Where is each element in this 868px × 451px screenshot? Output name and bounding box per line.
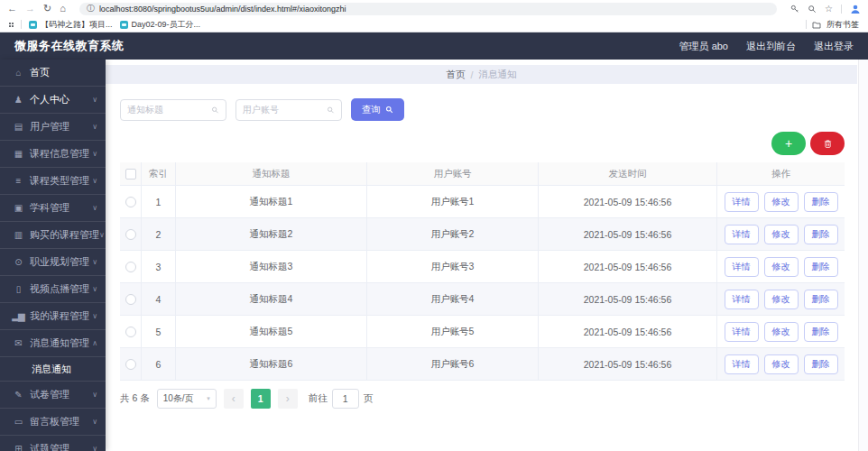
clock-icon: ⊙ xyxy=(12,257,24,267)
sidebar-item-question-management[interactable]: ⊞ 试题管理 ∨ xyxy=(0,436,106,451)
row-title: 通知标题6 xyxy=(176,348,367,380)
user-account-field[interactable] xyxy=(235,99,342,121)
table-row: 2 通知标题2 用户账号2 2021-05-09 15:46:56 详情 修改 … xyxy=(120,218,845,251)
delete-button[interactable]: 删除 xyxy=(804,192,838,212)
sidebar-item-message-board-management[interactable]: ▭ 留言板管理 ∨ xyxy=(0,409,106,436)
row-account: 用户账号3 xyxy=(367,251,539,282)
detail-button[interactable]: 详情 xyxy=(725,290,759,309)
goto-page-input[interactable] xyxy=(332,389,359,409)
edit-button[interactable]: 修改 xyxy=(764,192,799,212)
password-key-icon[interactable] xyxy=(790,5,799,14)
chevron-down-icon: ∨ xyxy=(92,391,97,399)
query-button-label: 查询 xyxy=(362,104,381,116)
sidebar-item-video-vod-management[interactable]: ▯ 视频点播管理 ∨ xyxy=(0,276,106,303)
sidebar-subitem-message-notify[interactable]: 消息通知 xyxy=(0,357,106,382)
bookmark-star-icon[interactable]: ☆ xyxy=(825,5,833,14)
sidebar-item-course-type-management[interactable]: ≡ 课程类型管理 ∨ xyxy=(0,168,106,195)
detail-button[interactable]: 详情 xyxy=(725,354,759,374)
row-title: 通知标题5 xyxy=(176,316,367,347)
page-size-select[interactable]: 10条/页 ▾ xyxy=(157,389,217,409)
sidebar-item-label: 留言板管理 xyxy=(30,415,79,428)
row-checkbox[interactable] xyxy=(125,197,136,207)
sidebar-item-my-course-management[interactable]: ▂▆ 我的课程管理 ∨ xyxy=(0,303,106,330)
detail-button[interactable]: 详情 xyxy=(725,225,759,244)
batch-delete-button[interactable] xyxy=(810,132,845,155)
forward-icon[interactable]: → xyxy=(25,4,35,14)
sidebar-item-subject-management[interactable]: ▣ 学科管理 ∨ xyxy=(0,195,106,222)
sidebar-item-label: 职业规划管理 xyxy=(30,255,89,269)
edit-button[interactable]: 修改 xyxy=(764,225,799,244)
row-checkbox[interactable] xyxy=(125,294,136,305)
all-bookmarks[interactable]: 所有书签 xyxy=(806,19,859,31)
breadcrumb-current: 消息通知 xyxy=(478,69,516,81)
bookmark-item-2[interactable]: Day02-09-员工分... xyxy=(120,19,201,31)
sidebar-item-user-management[interactable]: ▤ 用户管理 ∨ xyxy=(0,114,106,141)
admin-user-label[interactable]: 管理员 abo xyxy=(679,40,728,53)
page-number-1[interactable]: 1 xyxy=(251,389,271,409)
edit-button[interactable]: 修改 xyxy=(764,354,799,374)
row-checkbox[interactable] xyxy=(125,262,136,272)
row-checkbox[interactable] xyxy=(125,327,136,337)
delete-button[interactable]: 删除 xyxy=(804,354,838,374)
site-info-icon[interactable]: ⓘ xyxy=(87,5,95,13)
url-bar[interactable]: ⓘ localhost:8080/springbootus5uu/admin/d… xyxy=(79,3,777,15)
row-index: 4 xyxy=(142,283,176,315)
browser-home-icon[interactable]: ⌂ xyxy=(60,4,66,14)
search-lens-icon[interactable] xyxy=(808,5,817,14)
chevron-down-icon: ∨ xyxy=(92,150,97,158)
scrollbar-track[interactable] xyxy=(858,60,868,451)
row-account: 用户账号5 xyxy=(367,316,539,347)
detail-button[interactable]: 详情 xyxy=(725,322,759,342)
grid-icon: ⊞ xyxy=(12,444,24,451)
address-bar-row: ← → ↻ ⌂ ⓘ localhost:8080/springbootus5uu… xyxy=(0,0,868,17)
row-index: 2 xyxy=(142,218,176,250)
delete-button[interactable]: 删除 xyxy=(804,290,838,309)
search-icon xyxy=(211,106,219,115)
sidebar-item-message-notify-management[interactable]: ✉ 消息通知管理 ∧ xyxy=(0,330,106,357)
edit-button[interactable]: 修改 xyxy=(764,322,799,342)
plus-icon: + xyxy=(785,137,792,150)
row-index: 6 xyxy=(142,348,176,380)
delete-button[interactable]: 删除 xyxy=(804,257,838,277)
next-page-button[interactable]: › xyxy=(278,389,298,409)
notify-title-input[interactable] xyxy=(127,105,208,115)
chevron-down-icon: ∨ xyxy=(92,445,97,451)
logout-link[interactable]: 退出登录 xyxy=(814,40,854,53)
pagination: 共 6 条 10条/页 ▾ ‹ 1 › 前往 页 xyxy=(120,389,868,409)
profile-avatar[interactable] xyxy=(850,4,861,14)
reload-icon[interactable]: ↻ xyxy=(43,4,51,14)
sidebar-item-purchased-course-management[interactable]: ▥ 购买的课程管理 ∨ xyxy=(0,222,106,249)
sidebar-item-home[interactable]: ⌂ 首页 xyxy=(0,60,106,87)
bookmark-item-1[interactable]: 【码神之路】项目... xyxy=(29,19,113,31)
chevron-down-icon: ∨ xyxy=(99,231,105,239)
divider xyxy=(21,20,22,29)
edit-button[interactable]: 修改 xyxy=(764,290,799,309)
goto-suffix-label: 页 xyxy=(364,392,374,405)
exit-to-front-link[interactable]: 退出到前台 xyxy=(746,40,796,53)
sidebar-item-career-plan-management[interactable]: ⊙ 职业规划管理 ∨ xyxy=(0,249,106,276)
edit-button[interactable]: 修改 xyxy=(764,257,799,277)
add-button[interactable]: + xyxy=(771,132,806,155)
sidebar-item-personal-center[interactable]: ♟ 个人中心 ∨ xyxy=(0,87,106,114)
chevron-up-icon: ∧ xyxy=(92,339,97,347)
breadcrumb-home-link[interactable]: 首页 xyxy=(447,69,466,81)
chevron-down-icon: ∨ xyxy=(92,258,97,266)
notify-title-field[interactable] xyxy=(120,99,226,121)
select-all-checkbox[interactable] xyxy=(125,169,136,179)
delete-button[interactable]: 删除 xyxy=(804,322,838,342)
chevron-down-icon: ▾ xyxy=(207,395,210,402)
col-header-account: 用户账号 xyxy=(367,162,539,185)
detail-button[interactable]: 详情 xyxy=(725,192,759,212)
row-index: 1 xyxy=(142,186,176,217)
apps-grid-icon[interactable] xyxy=(9,23,14,27)
user-account-input[interactable] xyxy=(243,105,323,115)
delete-button[interactable]: 删除 xyxy=(804,225,838,244)
detail-button[interactable]: 详情 xyxy=(725,257,759,277)
prev-page-button[interactable]: ‹ xyxy=(224,389,244,409)
row-checkbox[interactable] xyxy=(125,359,136,370)
sidebar-item-course-info-management[interactable]: ▦ 课程信息管理 ∨ xyxy=(0,141,106,168)
query-button[interactable]: 查询 xyxy=(351,98,404,121)
row-checkbox[interactable] xyxy=(125,229,136,240)
sidebar-item-exam-paper-management[interactable]: ✎ 试卷管理 ∨ xyxy=(0,382,106,409)
back-icon[interactable]: ← xyxy=(7,4,17,14)
